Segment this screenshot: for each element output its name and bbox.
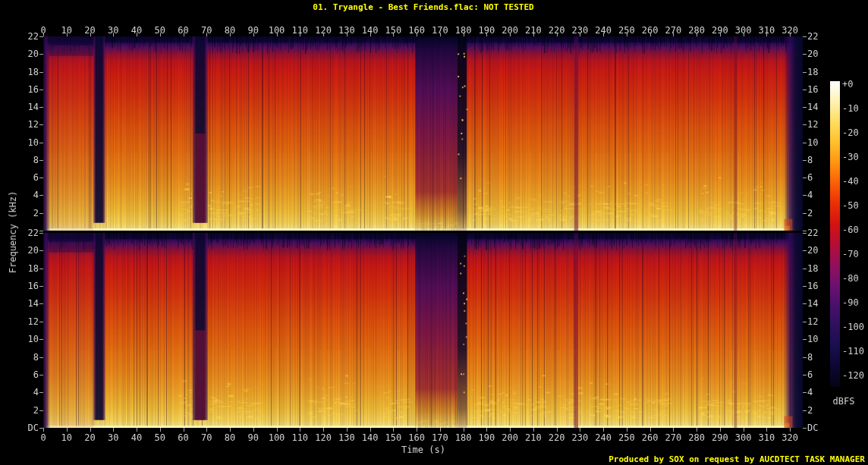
colorbar-tick-label: -90 xyxy=(842,298,859,307)
x-tick-label-bottom: 50 xyxy=(155,433,165,442)
y-tick-label-left: 14 xyxy=(28,299,39,308)
x-tick-label-top: 260 xyxy=(642,26,659,35)
y-tick-label-right: 8 xyxy=(807,156,813,165)
x-tick-label-bottom: 190 xyxy=(478,433,495,442)
x-tick-label-bottom: 280 xyxy=(688,433,705,442)
x-tick-label-top: 200 xyxy=(502,26,518,35)
x-tick-label-bottom: 80 xyxy=(225,433,235,442)
y-tick-label-left: 20 xyxy=(28,246,39,255)
x-tick-label-bottom: 20 xyxy=(84,433,95,442)
spectrogram-canvas xyxy=(0,0,868,465)
x-tick-label-top: 30 xyxy=(108,26,118,35)
y-tick-label-left: 22 xyxy=(28,228,39,237)
colorbar-tick-label: +0 xyxy=(842,80,853,89)
y-tick-label-right: 10 xyxy=(807,335,818,344)
x-tick-label-top: 170 xyxy=(432,26,448,35)
y-tick-label-left: 22 xyxy=(28,32,39,41)
x-tick-label-bottom: 120 xyxy=(315,433,332,442)
x-tick-label-bottom: 300 xyxy=(735,433,752,442)
x-tick-label-top: 140 xyxy=(362,26,379,35)
x-tick-label-top: 80 xyxy=(225,26,235,35)
colorbar-tick-label: -110 xyxy=(842,347,864,356)
colorbar-tick-label: -20 xyxy=(842,128,859,137)
y-tick-label-right: 6 xyxy=(807,173,813,182)
colorbar-unit-label: dBFS xyxy=(833,396,855,407)
x-tick-label-bottom: 320 xyxy=(782,433,798,442)
x-tick-label-top: 90 xyxy=(248,26,259,35)
x-tick-label-top: 0 xyxy=(40,26,46,35)
y-tick-label-left: 10 xyxy=(28,335,39,344)
x-tick-label-bottom: 240 xyxy=(595,433,612,442)
x-tick-label-top: 190 xyxy=(478,26,495,35)
x-tick-label-top: 320 xyxy=(782,26,798,35)
x-tick-label-bottom: 70 xyxy=(201,433,212,442)
y-tick-label-right: 2 xyxy=(807,406,813,415)
y-tick-label-left: 16 xyxy=(28,281,39,291)
x-tick-label-top: 50 xyxy=(155,26,165,35)
x-tick-label-top: 130 xyxy=(338,26,355,35)
y-tick-label-left: 18 xyxy=(28,68,39,77)
y-tick-label-left: 16 xyxy=(28,85,39,94)
colorbar-tick-label: -10 xyxy=(842,104,859,113)
x-tick-label-bottom: 60 xyxy=(178,433,188,442)
x-tick-label-bottom: 130 xyxy=(338,433,355,442)
colorbar-tick-label: -60 xyxy=(842,225,859,234)
y-tick-label-left: 12 xyxy=(28,120,39,129)
y-tick-label-left: 6 xyxy=(33,370,39,379)
x-tick-label-top: 270 xyxy=(665,26,681,35)
x-tick-label-top: 180 xyxy=(455,26,472,35)
x-tick-label-top: 220 xyxy=(549,26,565,35)
y-tick-label-left: 8 xyxy=(33,156,39,165)
y-tick-label-left: DC xyxy=(28,423,39,432)
colorbar-tick-label: -50 xyxy=(842,201,859,210)
x-tick-label-bottom: 160 xyxy=(408,433,425,442)
x-tick-label-bottom: 40 xyxy=(131,433,142,442)
y-tick-label-left: 14 xyxy=(28,102,39,112)
y-tick-label-right: 18 xyxy=(807,264,818,273)
x-tick-label-top: 110 xyxy=(291,26,308,35)
x-tick-label-bottom: 170 xyxy=(432,433,448,442)
x-tick-label-bottom: 260 xyxy=(642,433,659,442)
x-tick-label-top: 40 xyxy=(131,26,142,35)
x-tick-label-bottom: 90 xyxy=(248,433,259,442)
x-tick-label-bottom: 210 xyxy=(525,433,542,442)
x-tick-label-bottom: 10 xyxy=(61,433,72,442)
colorbar-tick-label: -70 xyxy=(842,250,859,259)
y-tick-label-right: 4 xyxy=(807,190,813,200)
x-tick-label-bottom: 310 xyxy=(758,433,775,442)
x-tick-label-bottom: 110 xyxy=(291,433,308,442)
x-tick-label-top: 150 xyxy=(385,26,401,35)
x-tick-label-bottom: 270 xyxy=(665,433,681,442)
x-tick-label-bottom: 0 xyxy=(40,433,46,442)
x-tick-label-top: 70 xyxy=(201,26,212,35)
y-tick-label-right: 12 xyxy=(807,120,818,129)
x-tick-label-top: 300 xyxy=(735,26,752,35)
y-tick-label-right: 18 xyxy=(807,68,818,77)
colorbar-tick-label: -40 xyxy=(842,177,859,186)
y-tick-label-right: 8 xyxy=(807,353,813,362)
y-tick-label-left: 4 xyxy=(33,190,39,200)
credit-text: Produced by SOX on request by AUCDTECT T… xyxy=(609,454,865,464)
y-tick-label-right: 2 xyxy=(807,209,813,218)
y-tick-label-left: 4 xyxy=(33,388,39,397)
x-tick-label-top: 240 xyxy=(595,26,612,35)
y-tick-label-right: 22 xyxy=(807,32,818,41)
y-tick-label-left: 8 xyxy=(33,353,39,362)
x-tick-label-top: 100 xyxy=(269,26,285,35)
page-title: 01. Tryangle - Best Friends.flac: NOT TE… xyxy=(313,2,533,12)
x-tick-label-top: 310 xyxy=(758,26,775,35)
x-tick-label-bottom: 180 xyxy=(455,433,472,442)
x-tick-label-bottom: 100 xyxy=(269,433,285,442)
x-tick-label-top: 60 xyxy=(178,26,188,35)
colorbar-tick-label: -100 xyxy=(842,322,864,331)
y-tick-label-right: 16 xyxy=(807,281,818,291)
x-axis-title: Time (s) xyxy=(401,445,445,455)
y-axis-title: Frequency (kHz) xyxy=(8,191,18,273)
y-tick-label-right: 20 xyxy=(807,49,818,58)
y-tick-label-right: 14 xyxy=(807,102,818,112)
x-tick-label-top: 250 xyxy=(618,26,635,35)
x-tick-label-top: 210 xyxy=(525,26,542,35)
y-tick-label-right: 14 xyxy=(807,299,818,308)
x-tick-label-bottom: 150 xyxy=(385,433,401,442)
colorbar-tick-label: -80 xyxy=(842,274,859,283)
